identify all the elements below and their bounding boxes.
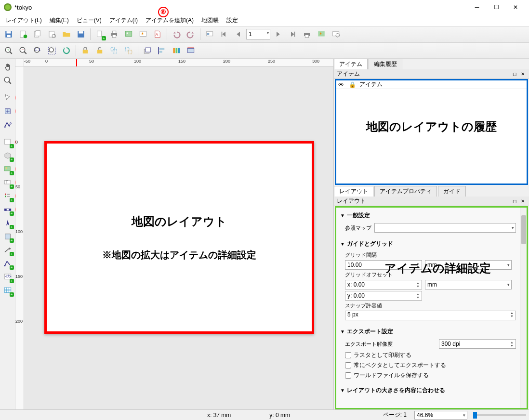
save-button[interactable] — [2, 27, 15, 41]
prev-feature-button[interactable] — [232, 27, 245, 41]
tab-items[interactable]: アイテム — [334, 59, 368, 69]
print-button[interactable] — [107, 27, 121, 41]
minimize-button[interactable]: ─ — [467, 0, 487, 14]
add-image-tool-icon[interactable]: + ④ — [1, 163, 14, 175]
menu-add-item[interactable]: アイテムを追加(A) ⑧ — [142, 15, 198, 26]
redo-button[interactable] — [184, 27, 198, 41]
layout-page[interactable]: 地図のレイアウト ※地図の拡大はアイテムの詳細設定 — [44, 141, 314, 334]
zoom-slider-thumb[interactable] — [473, 412, 477, 419]
add-label-tool-icon[interactable]: T+ ⑤ — [1, 176, 14, 189]
first-feature-button[interactable] — [217, 27, 231, 41]
snap-input[interactable]: 5 px▲▼ — [345, 311, 516, 320]
unlock-button[interactable] — [93, 44, 106, 57]
zoom-fit-button[interactable] — [45, 44, 59, 57]
resize-button[interactable] — [184, 44, 198, 57]
manage-layout-button[interactable] — [45, 27, 59, 41]
distribute-button[interactable] — [170, 44, 183, 57]
section-general[interactable]: ▼一般設定 — [340, 210, 516, 222]
zoom-select[interactable]: 46.6%▾ — [414, 411, 467, 420]
panel-close-icon[interactable]: ✕ — [519, 198, 526, 205]
tab-history[interactable]: 編集履歴 — [369, 59, 402, 69]
atlas-settings-button[interactable] — [329, 27, 343, 41]
move-content-tool-icon[interactable]: ② — [1, 105, 14, 118]
chk-vector-box[interactable] — [345, 362, 351, 368]
page-number-spin[interactable]: 1▾ — [246, 29, 270, 39]
panel-undock-icon[interactable]: ◻ — [511, 71, 518, 78]
add-3dmap-tool-icon[interactable]: + — [1, 149, 14, 162]
export-image-button[interactable] — [122, 27, 135, 41]
export-svg-button[interactable]: ✶ — [136, 27, 150, 41]
undo-button[interactable] — [170, 27, 183, 41]
new-layout-button[interactable] — [16, 27, 30, 41]
svg-rect-49 — [159, 48, 165, 50]
dup-layout-button[interactable] — [31, 27, 44, 41]
atlas-preview-button[interactable] — [203, 27, 216, 41]
select-tool-icon[interactable]: ① — [1, 92, 14, 104]
menu-settings[interactable]: 設定 — [223, 15, 242, 26]
layout-canvas[interactable]: -50 0 50 100 150 200 250 300 0 50 100 15… — [15, 59, 333, 409]
save-template-button[interactable] — [74, 27, 88, 41]
lock-button[interactable] — [79, 44, 92, 57]
chk-world[interactable]: ワールドファイルを保存する — [340, 370, 516, 381]
ruler-horizontal: -50 0 50 100 150 200 250 300 — [24, 59, 333, 66]
tab-itemprops[interactable]: アイテムプロパティ — [374, 186, 437, 197]
zoom-in-button[interactable]: + — [2, 44, 15, 57]
atlas-export-button[interactable]: ✶ — [315, 27, 328, 41]
chk-vector[interactable]: 常にベクタとしてエクスポートする — [340, 360, 516, 370]
add-shape-tool-icon[interactable]: + — [1, 230, 14, 243]
refmap-select[interactable]: ▾ — [374, 223, 516, 233]
chk-raster-box[interactable] — [345, 352, 351, 358]
scrollbar-vertical[interactable] — [520, 208, 527, 408]
panel-close-icon[interactable]: ✕ — [519, 71, 526, 78]
zoom-slider[interactable] — [473, 414, 526, 416]
add-map-tool-icon[interactable]: + ③ — [1, 136, 14, 148]
atlas-print-button[interactable] — [300, 27, 314, 41]
export-res-input[interactable]: 300 dpi▲▼ — [439, 339, 516, 349]
last-feature-button[interactable] — [286, 27, 299, 41]
tab-guide[interactable]: ガイド — [438, 186, 466, 197]
add-northarrow-tool-icon[interactable]: + — [1, 217, 14, 229]
panel-undock-icon[interactable]: ◻ — [511, 198, 518, 205]
chk-world-box[interactable] — [345, 372, 351, 379]
close-button[interactable]: ✕ — [506, 0, 525, 14]
grid-offset-x-input[interactable]: x: 0.00▲▼ — [345, 280, 422, 289]
align-left-button[interactable] — [155, 44, 169, 57]
maximize-button[interactable]: ☐ — [487, 0, 506, 14]
zoom-out-button[interactable]: − — [16, 44, 30, 57]
menu-view[interactable]: ビュー(V) — [73, 15, 106, 26]
section-export[interactable]: ▼エクスポート設定 — [340, 326, 516, 338]
zoom-100-button[interactable]: 1:1 — [31, 44, 44, 57]
menu-edit[interactable]: 編集(E) — [46, 15, 73, 26]
add-arrow-tool-icon[interactable]: + — [1, 244, 14, 256]
section-resize[interactable]: ▼レイアウトの大きさを内容に合わせる — [340, 384, 516, 396]
add-scalebar-tool-icon[interactable]: + ⑦ — [1, 203, 14, 216]
scrollbar-thumb[interactable] — [521, 215, 526, 244]
chk-raster[interactable]: ラスタとして印刷する — [340, 350, 516, 360]
add-nodeitem-tool-icon[interactable]: + — [1, 257, 14, 270]
edit-nodes-tool-icon[interactable] — [1, 118, 14, 131]
next-feature-button[interactable] — [271, 27, 285, 41]
add-table-tool-icon[interactable]: + — [1, 284, 14, 297]
grid-offset-y: y: 0.00 — [347, 292, 365, 299]
section-grid[interactable]: ▼ガイドとグリッド — [340, 238, 516, 250]
open-folder-button[interactable] — [60, 27, 73, 41]
annotation-red-box: 地図のレイアウト ※地図の拡大はアイテムの詳細設定 — [44, 141, 314, 334]
grid-offset-unit-select[interactable]: mm▾ — [425, 280, 512, 289]
add-legend-tool-icon[interactable]: + ⑥ — [1, 190, 14, 202]
menu-item[interactable]: アイテム(I) — [106, 15, 142, 26]
zoom-tool-icon[interactable] — [1, 74, 14, 87]
pan-tool-icon[interactable] — [1, 61, 14, 73]
group-button[interactable] — [107, 44, 121, 57]
add-html-tool-icon[interactable]: </>+ — [1, 271, 14, 283]
raise-button[interactable] — [141, 44, 154, 57]
tab-layout[interactable]: レイアウト — [334, 186, 373, 197]
menu-layout[interactable]: レイアウト(L) — [2, 15, 46, 26]
menu-atlas[interactable]: 地図帳 — [198, 15, 223, 26]
ungroup-button[interactable] — [122, 44, 135, 57]
svg-text:1:1: 1:1 — [35, 47, 41, 52]
add-page-button[interactable]: + — [93, 27, 106, 41]
refmap-label: 参照マップ — [345, 224, 371, 232]
grid-offset-y-input[interactable]: y: 0.00▲▼ — [345, 291, 422, 301]
refresh-button[interactable] — [60, 44, 73, 57]
export-pdf-button[interactable]: A — [151, 27, 164, 41]
